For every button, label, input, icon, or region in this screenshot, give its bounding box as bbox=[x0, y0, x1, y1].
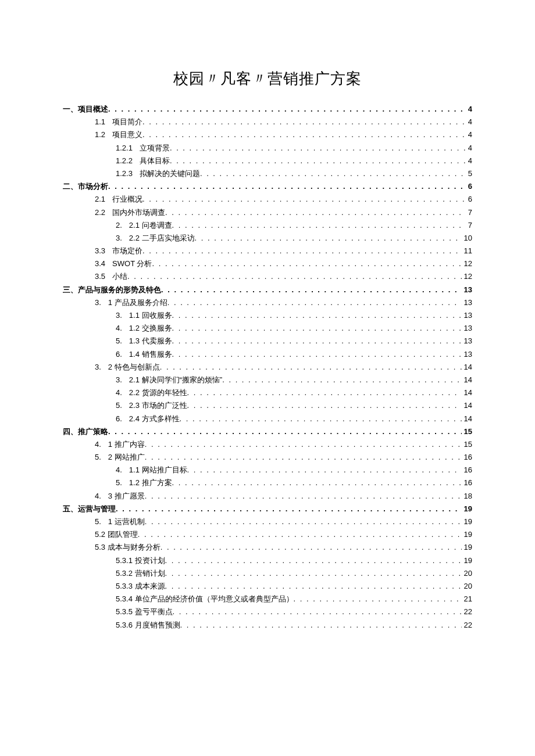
toc-page-number: 16 bbox=[462, 453, 472, 461]
toc-leader-dots bbox=[172, 311, 462, 319]
toc-page-number: 12 bbox=[462, 260, 472, 267]
toc-text: 项目简介 bbox=[112, 118, 142, 126]
toc-leader-dots bbox=[165, 209, 466, 216]
toc-entry: 4.1 推广内容15 bbox=[63, 440, 472, 448]
toc-page-number: 5 bbox=[466, 170, 472, 177]
toc-entry: 1.2项目意义4 bbox=[63, 131, 472, 138]
toc-entry: 5.3.1 投资计划19 bbox=[63, 557, 472, 564]
toc-leader-dots bbox=[172, 337, 462, 345]
toc-leader-dots bbox=[172, 350, 462, 358]
toc-leader-dots bbox=[180, 415, 462, 422]
toc-entry: 1.2.2具体目标4 bbox=[63, 157, 472, 164]
toc-leader-dots bbox=[152, 260, 461, 267]
toc-entry: 5.3.6 月度销售预测22 bbox=[63, 621, 472, 629]
toc-leader-dots bbox=[172, 324, 462, 332]
toc-page-number: 6 bbox=[466, 182, 472, 190]
toc-page-number: 19 bbox=[462, 505, 472, 513]
toc-text: 1.4 销售服务 bbox=[129, 350, 172, 358]
toc-entry: 5.1 运营机制19 bbox=[63, 518, 472, 525]
toc-text: 5.3.3 成本来源 bbox=[116, 582, 165, 590]
toc-page-number: 14 bbox=[462, 376, 472, 384]
toc-entry: 3.2.2 二手店实地采访10 bbox=[63, 234, 472, 242]
toc-number: 5. bbox=[95, 518, 101, 525]
toc-page-number: 19 bbox=[462, 518, 472, 525]
toc-page-number: 18 bbox=[462, 492, 472, 500]
toc-leader-dots bbox=[167, 299, 462, 306]
toc-entry: 2.1行业概况6 bbox=[63, 195, 472, 203]
toc-text: 项目意义 bbox=[112, 131, 142, 138]
toc-page-number: 22 bbox=[462, 621, 472, 629]
toc-text: 行业概况 bbox=[112, 195, 142, 203]
toc-number: 3.4 bbox=[95, 260, 105, 267]
table-of-contents: 一、项目概述41.1项目简介41.2项目意义41.2.1立项背景41.2.2具体… bbox=[63, 105, 472, 629]
toc-number: 三、 bbox=[63, 286, 78, 293]
toc-number: 5. bbox=[116, 479, 122, 486]
toc-leader-dots bbox=[145, 492, 462, 500]
toc-entry: 1.1项目简介4 bbox=[63, 118, 472, 126]
toc-page-number: 19 bbox=[462, 543, 472, 551]
toc-text: 小结 bbox=[112, 273, 127, 280]
toc-text: 2.3 市场的广泛性 bbox=[129, 402, 187, 409]
toc-page-number: 12 bbox=[462, 273, 472, 280]
toc-leader-dots bbox=[187, 402, 462, 409]
toc-number: 1.2.3 bbox=[116, 170, 133, 177]
toc-number: 3. bbox=[116, 376, 122, 384]
toc-text: 项目概述 bbox=[78, 105, 108, 113]
toc-page-number: 14 bbox=[462, 415, 472, 422]
toc-entry: 4.2.2 货源的年轻性14 bbox=[63, 389, 472, 396]
toc-number: 一、 bbox=[63, 105, 78, 113]
toc-text: 5.3.5 盈亏平衡点 bbox=[116, 608, 173, 615]
toc-page-number: 20 bbox=[462, 569, 472, 577]
toc-page-number: 10 bbox=[462, 234, 472, 242]
toc-entry: 二、市场分析6 bbox=[63, 182, 472, 190]
toc-number: 5. bbox=[95, 453, 101, 461]
toc-entry: 5.1.2 推广方案16 bbox=[63, 479, 472, 486]
toc-number: 2. bbox=[116, 221, 122, 229]
toc-number: 五、 bbox=[63, 505, 78, 513]
toc-leader-dots bbox=[145, 518, 462, 525]
toc-number: 1.2.1 bbox=[116, 144, 133, 152]
toc-leader-dots bbox=[173, 608, 462, 615]
toc-text: 5.3 成本与财务分析 bbox=[95, 543, 160, 551]
toc-entry: 5.3.5 盈亏平衡点22 bbox=[63, 608, 472, 615]
toc-page-number: 13 bbox=[462, 324, 472, 332]
toc-text: 推广策略 bbox=[78, 428, 108, 435]
toc-entry: 3.2.1 解决同学们“搬家的烦恼”14 bbox=[63, 376, 472, 384]
toc-entry: 5.1.3 代卖服务13 bbox=[63, 337, 472, 345]
toc-number: 6. bbox=[116, 350, 122, 358]
toc-text: 2.2 货源的年轻性 bbox=[129, 389, 187, 396]
toc-page-number: 16 bbox=[462, 466, 472, 474]
toc-page-number: 14 bbox=[462, 389, 472, 396]
toc-entry: 三、产品与服务的形势及特色13 bbox=[63, 286, 472, 293]
toc-number: 3. bbox=[116, 234, 122, 242]
toc-page-number: 16 bbox=[462, 479, 472, 486]
toc-number: 3. bbox=[95, 363, 101, 371]
toc-leader-dots bbox=[294, 595, 462, 603]
toc-number: 4. bbox=[95, 492, 101, 500]
toc-number: 二、 bbox=[63, 182, 78, 190]
toc-text: 1.1 网站推广目标 bbox=[129, 466, 187, 474]
toc-leader-dots bbox=[138, 531, 462, 538]
toc-text: 2.1 问卷调查 bbox=[129, 221, 172, 229]
toc-entry: 四、推广策略15 bbox=[63, 428, 472, 435]
toc-entry: 5.3.3 成本来源20 bbox=[63, 582, 472, 590]
toc-leader-dots bbox=[145, 453, 462, 461]
toc-page-number: 22 bbox=[462, 608, 472, 615]
toc-page-number: 13 bbox=[462, 299, 472, 306]
toc-leader-dots bbox=[160, 363, 462, 371]
toc-entry: 2.2国内外市场调查7 bbox=[63, 209, 472, 216]
toc-number: 1.2 bbox=[95, 131, 105, 138]
toc-leader-dots bbox=[142, 195, 466, 203]
toc-entry: 五、运营与管理19 bbox=[63, 505, 472, 513]
toc-leader-dots bbox=[116, 505, 462, 513]
toc-leader-dots bbox=[142, 131, 466, 138]
toc-number: 6. bbox=[116, 415, 122, 422]
toc-leader-dots bbox=[161, 286, 462, 293]
toc-number: 3.5 bbox=[95, 273, 105, 280]
toc-page-number: 19 bbox=[462, 531, 472, 538]
toc-text: 5.3.2 营销计划 bbox=[116, 569, 165, 577]
toc-entry: 2.2.1 问卷调查7 bbox=[63, 221, 472, 229]
toc-leader-dots bbox=[108, 428, 462, 435]
toc-number: 4. bbox=[95, 440, 101, 448]
toc-text: 2.4 方式多样性 bbox=[129, 415, 180, 422]
